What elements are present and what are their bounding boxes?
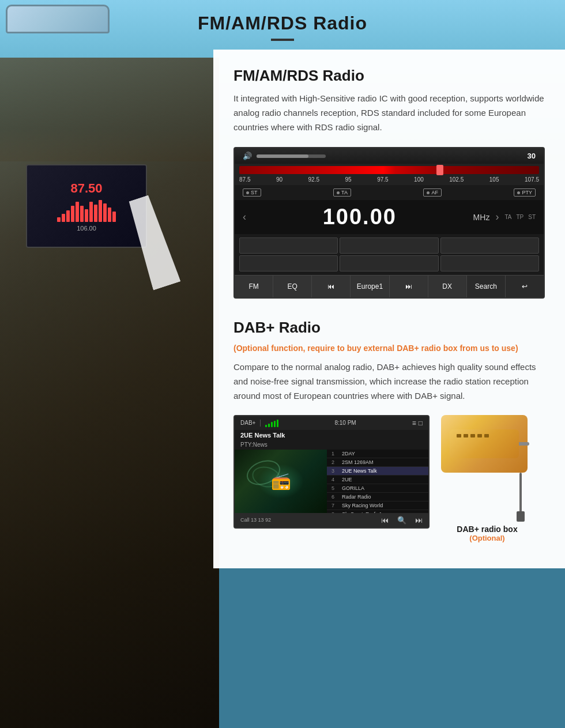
- freq-slider-container: 87.5 90 92.5 95 97.5 100 102.5 105 107.5: [235, 164, 544, 185]
- station-name-7: Sky Racing World: [342, 503, 383, 508]
- dab-section: DAB+ Radio (Optional function, require t…: [233, 319, 545, 542]
- freq-unit: MHz: [473, 213, 490, 222]
- prev-button[interactable]: ⏮: [312, 276, 351, 297]
- freq-right-labels: TA TP ST: [504, 214, 536, 220]
- sig-bar-5: [277, 420, 278, 427]
- dab-desc: Compare to the normal analog radio, DAB+…: [233, 360, 545, 403]
- freq-label-975: 97.5: [377, 176, 388, 183]
- preset-3[interactable]: [440, 237, 539, 254]
- sig-bar-4: [274, 421, 276, 427]
- station-sky-racing[interactable]: 7 Sky Racing World: [327, 501, 428, 510]
- tp-label: TP: [516, 214, 523, 220]
- dab-optional-text: (Optional function, require to buy exter…: [233, 342, 545, 354]
- station-name-2: 2SM 1269AM: [342, 459, 374, 465]
- freq-label-95: 95: [345, 176, 352, 183]
- dab-box-label: DAB+ radio box: [457, 525, 517, 534]
- freq-label-925: 92.5: [308, 176, 319, 183]
- sig-bar-1: [265, 425, 267, 427]
- station-num-2: 2: [332, 459, 338, 465]
- station-num-4: 4: [332, 477, 338, 482]
- dab-pty: PTY:News: [235, 440, 428, 450]
- dab-footer: Call 13 13 92 ⏮ 🔍 ⏭: [235, 513, 428, 527]
- dab-prev-icon[interactable]: ⏮: [381, 516, 389, 525]
- station-gorilla[interactable]: 5 GORILLA: [327, 484, 428, 493]
- freq-label-100: 100: [414, 176, 424, 183]
- station-name-4: 2UE: [342, 477, 352, 482]
- station-num-7: 7: [332, 503, 338, 508]
- dab-station-list: 1 2DAY 2 2SM 1269AM 3 2UE News Talk: [327, 450, 428, 513]
- page-title-section: FM/AM/RDS Radio: [0, 0, 565, 50]
- freq-label-90: 90: [276, 176, 282, 183]
- freq-next-arrow[interactable]: ›: [495, 211, 499, 223]
- freq-slider-thumb[interactable]: [436, 165, 443, 175]
- left-panel: [0, 50, 213, 568]
- rds-badges-row: ST TA AF PTY: [235, 185, 544, 200]
- station-name-6: Radar Radio: [342, 494, 371, 500]
- station-2ue-news[interactable]: 3 2UE News Talk: [327, 467, 428, 476]
- station-2ue[interactable]: 4 2UE: [327, 476, 428, 484]
- station-num-8: 8: [332, 511, 338, 513]
- af-badge[interactable]: AF: [423, 188, 442, 197]
- station-name-8: SkySportsRadio1: [342, 511, 382, 513]
- freq-prev-arrow[interactable]: ‹: [243, 211, 246, 223]
- freq-display: ‹ 100.00 MHz › TA TP ST: [235, 200, 544, 234]
- next-button[interactable]: ⏭: [390, 276, 428, 297]
- search-button[interactable]: Search: [467, 276, 506, 297]
- pty-badge[interactable]: PTY: [514, 188, 536, 197]
- station-name-5: GORILLA: [342, 485, 364, 491]
- volume-number: 30: [528, 152, 536, 160]
- preset-1[interactable]: [239, 237, 338, 254]
- ta-label: TA: [504, 214, 511, 220]
- st-label: ST: [528, 214, 536, 220]
- radio-ui: 🔊 30 87.5 9: [233, 147, 545, 299]
- fm-button[interactable]: FM: [235, 276, 273, 297]
- station-radar[interactable]: 6 Radar Radio: [327, 493, 428, 501]
- freq-labels: 87.5 90 92.5 95 97.5 100 102.5 105 107.5: [239, 175, 539, 184]
- dab-content-area: 📻 1 2DAY 2 2SM 1269AM: [235, 450, 428, 513]
- station-2sm[interactable]: 2 2SM 1269AM: [327, 458, 428, 467]
- dab-box-sublabel: (Optional): [457, 534, 517, 542]
- preset-6[interactable]: [440, 255, 539, 271]
- dab-radio-icon: 📻: [271, 471, 291, 491]
- preset-4[interactable]: [239, 255, 338, 271]
- freq-label-875: 87.5: [239, 176, 250, 183]
- dab-ui-row: DAB+ 8:10 PM: [233, 415, 545, 542]
- freq-label-1075: 107.5: [525, 176, 539, 183]
- station-2day[interactable]: 1 2DAY: [327, 450, 428, 458]
- freq-label-1025: 102.5: [449, 176, 464, 183]
- dab-label: DAB+: [240, 420, 255, 426]
- preset-2[interactable]: [340, 237, 438, 254]
- ta-badge[interactable]: TA: [333, 188, 351, 197]
- europe1-button[interactable]: Europe1: [351, 276, 389, 297]
- dab-visual: 📻: [235, 450, 327, 513]
- fm-section-desc: It integrated with High-Sensitive radio …: [233, 92, 545, 134]
- dab-search-icon[interactable]: 🔍: [397, 516, 406, 525]
- main-layout: FM/AM/RDS Radio It integrated with High-…: [0, 50, 565, 580]
- fm-section-title: FM/AM/RDS Radio: [233, 67, 545, 85]
- dab-screen: DAB+ 8:10 PM: [233, 415, 430, 529]
- dx-button[interactable]: DX: [428, 276, 467, 297]
- st-badge[interactable]: ST: [243, 188, 261, 197]
- page-wrapper: 87.50 106.00 FM/AM/RDS Radio: [0, 0, 565, 728]
- dab-next-icon[interactable]: ⏭: [415, 516, 423, 525]
- freq-slider-track[interactable]: [239, 166, 539, 174]
- fm-section: FM/AM/RDS Radio It integrated with High-…: [233, 67, 545, 299]
- eq-button[interactable]: EQ: [273, 276, 312, 297]
- dab-station-name: 2UE News Talk: [235, 430, 428, 440]
- dab-signal-bars: [265, 419, 278, 427]
- back-button[interactable]: ↩: [506, 276, 544, 297]
- station-name-1: 2DAY: [342, 451, 355, 457]
- dab-screen-header: DAB+ 8:10 PM: [235, 416, 428, 430]
- radio-toolbar: FM EQ ⏮ Europe1 ⏭ DX Search ↩: [235, 275, 544, 297]
- freq-label-105: 105: [489, 176, 499, 183]
- station-num-1: 1: [332, 451, 338, 457]
- title-underline: [271, 39, 294, 41]
- station-sky1[interactable]: 8 SkySportsRadio1: [327, 510, 428, 513]
- dab-box-section: DAB+ radio box (Optional): [441, 415, 533, 542]
- volume-icon: 🔊: [243, 152, 252, 160]
- station-num-6: 6: [332, 494, 338, 500]
- preset-grid: [235, 234, 544, 275]
- sig-bar-2: [268, 424, 270, 427]
- dab-box-visual: [441, 415, 533, 473]
- preset-5[interactable]: [340, 255, 438, 271]
